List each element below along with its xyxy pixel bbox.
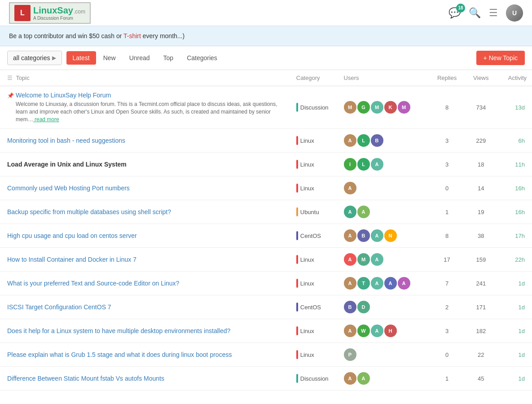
logo-text-area: LinuxSay .com A Discussion Forum (33, 5, 85, 21)
category-badge[interactable]: Ubuntu (296, 207, 337, 216)
all-categories-label: all categories (13, 54, 50, 61)
avatar[interactable]: M (398, 101, 410, 114)
user-avatars: AA (344, 206, 425, 218)
user-avatars: ALB (344, 134, 425, 147)
avatar[interactable]: I (344, 158, 356, 171)
category-badge[interactable]: Linux (296, 255, 337, 264)
banner-link[interactable]: T-shirt (123, 32, 141, 40)
avatar[interactable]: N (384, 229, 397, 242)
read-more-link[interactable]: read more (33, 116, 59, 123)
views-count: 182 (465, 319, 497, 343)
views-count: 18 (465, 153, 497, 176)
topic-title-link[interactable]: Load Average in Unix and Linux System (7, 161, 127, 168)
table-row: Difference Between Static Mount fstab Vs… (0, 367, 532, 391)
category-dot (296, 184, 298, 193)
avatar[interactable]: A (371, 325, 383, 337)
views-count: 241 (465, 272, 497, 295)
topic-title-link[interactable]: Difference Between Static Mount fstab Vs… (7, 375, 164, 382)
nav-bar: all categories ▶ Latest New Unread Top C… (0, 46, 532, 70)
messages-icon-wrapper[interactable]: 💬 18 (448, 7, 461, 19)
activity-time: 1d (497, 319, 532, 343)
topic-title-link[interactable]: Welcome to LinuxSay Help Forum (16, 92, 286, 99)
category-label: Linux (300, 137, 314, 144)
col-topic: ☰ Topic (0, 70, 293, 86)
avatar[interactable]: M (344, 101, 356, 114)
category-badge[interactable]: Linux (296, 279, 337, 288)
topics-table: ☰ Topic Category Users Replies Views Act… (0, 70, 532, 391)
avatar[interactable]: B (344, 301, 356, 313)
menu-icon[interactable]: ☰ (489, 7, 498, 19)
topic-title-link[interactable]: Please explain what is Grub 1.5 stage an… (7, 351, 232, 358)
category-badge[interactable]: Linux (296, 160, 337, 169)
topic-title-link[interactable]: Monitoring tool in bash - need suggestio… (7, 137, 125, 144)
topic-title-link[interactable]: Commonly used Web Hosting Port numbers (7, 184, 130, 192)
category-badge[interactable]: Linux (296, 184, 337, 193)
avatar[interactable]: G (357, 101, 370, 114)
avatar[interactable]: D (357, 301, 370, 313)
avatar[interactable]: A (344, 134, 356, 147)
user-avatar-header[interactable]: U (506, 4, 523, 22)
tab-top[interactable]: Top (157, 51, 180, 65)
avatar[interactable]: K (384, 101, 397, 114)
topic-title-link[interactable]: ISCSI Target Configuration CentOS 7 (7, 303, 111, 311)
views-count: 19 (465, 200, 497, 224)
avatar[interactable]: A (371, 277, 383, 290)
avatar[interactable]: A (371, 229, 383, 242)
category-badge[interactable]: Discussion (296, 103, 337, 112)
tab-latest[interactable]: Latest (66, 51, 96, 65)
avatar[interactable]: A (344, 372, 356, 385)
category-badge[interactable]: Linux (296, 350, 337, 359)
category-dot (296, 231, 298, 240)
activity-time: 16h (497, 200, 532, 224)
category-label: Linux (300, 328, 314, 334)
avatar[interactable]: A (344, 253, 356, 266)
category-dot (296, 207, 298, 216)
category-label: CentOS (300, 304, 321, 311)
user-avatars: ILA (344, 158, 425, 171)
avatar[interactable]: L (357, 134, 370, 147)
sort-icon: ☰ (7, 75, 13, 81)
avatar[interactable]: A (344, 277, 356, 290)
category-badge[interactable]: Linux (296, 136, 337, 145)
tab-unread[interactable]: Unread (123, 51, 156, 65)
logo-box[interactable]: L LinuxSay .com A Discussion Forum (9, 2, 91, 24)
avatar[interactable]: H (384, 325, 397, 337)
avatar[interactable]: B (371, 134, 383, 147)
banner-text-post: every month...) (141, 32, 185, 40)
avatar[interactable]: A (384, 277, 397, 290)
topic-title-link[interactable]: Does it help for a Linux system to have … (7, 327, 230, 334)
category-label: Linux (300, 161, 314, 168)
topic-title-link[interactable]: What is your preferred Text and Source-c… (7, 280, 179, 287)
category-label: Ubuntu (300, 209, 319, 215)
avatar[interactable]: M (371, 101, 383, 114)
category-badge[interactable]: Linux (296, 326, 337, 335)
avatar[interactable]: A (371, 253, 383, 266)
avatar[interactable]: M (357, 253, 370, 266)
avatar[interactable]: A (371, 158, 383, 171)
replies-count: 1 (429, 200, 465, 224)
category-badge[interactable]: CentOS (296, 231, 337, 240)
table-row: 📌Welcome to LinuxSay Help ForumWelcome t… (0, 86, 532, 129)
avatar[interactable]: A (344, 206, 356, 218)
avatar[interactable]: B (357, 229, 370, 242)
topic-title-link[interactable]: High cpu usage and cpu load on centos se… (7, 232, 137, 239)
avatar[interactable]: T (357, 277, 370, 290)
tab-categories[interactable]: Categories (180, 51, 224, 65)
avatar[interactable]: A (344, 325, 356, 337)
tab-new[interactable]: New (97, 51, 122, 65)
search-icon[interactable]: 🔍 (469, 7, 481, 19)
avatar[interactable]: A (357, 206, 370, 218)
avatar[interactable]: W (357, 325, 370, 337)
topic-title-link[interactable]: How to Install Container and Docker in L… (7, 256, 136, 263)
new-topic-button[interactable]: + New Topic (476, 51, 525, 65)
avatar[interactable]: A (344, 182, 356, 194)
all-categories-dropdown[interactable]: all categories ▶ (7, 51, 62, 65)
category-badge[interactable]: Discussion (296, 374, 337, 383)
avatar[interactable]: L (357, 158, 370, 171)
avatar[interactable]: A (344, 229, 356, 242)
avatar[interactable]: A (398, 277, 410, 290)
avatar[interactable]: A (357, 372, 370, 385)
category-badge[interactable]: CentOS (296, 303, 337, 312)
avatar[interactable]: P (344, 348, 356, 361)
topic-title-link[interactable]: Backup specific from multiple databases … (7, 208, 171, 215)
